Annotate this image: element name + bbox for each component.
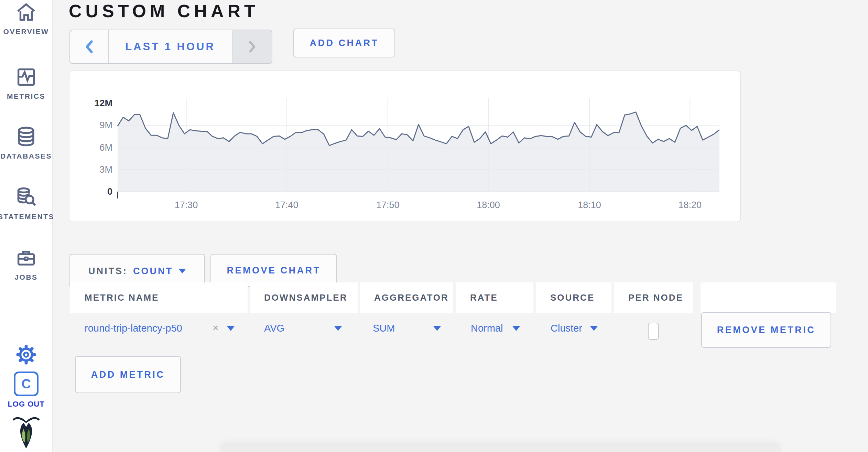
time-range-selector: LAST 1 HOUR [69,30,272,64]
x-axis-tick-label: 17:50 [376,200,400,210]
page-title: CUSTOM CHART [69,1,259,21]
sidebar-item-label: STATEMENTS [0,213,54,221]
jobs-icon [15,247,37,269]
y-axis-tick-label: 9M [99,120,112,130]
bottom-sheet-edge [220,445,781,452]
clear-metric-icon[interactable]: × [213,322,219,334]
home-icon [15,1,37,23]
units-value: COUNT [133,266,173,277]
remove-metric-button[interactable]: REMOVE METRIC [701,312,831,348]
sidebar-item-jobs[interactable]: JOBS [0,247,52,281]
chevron-down-icon[interactable] [227,326,235,332]
add-metric-button[interactable]: ADD METRIC [75,356,181,393]
col-header-downsampler: DOWNSAMPLER [250,282,358,313]
chevron-down-icon[interactable] [512,326,520,332]
x-axis-tick-label: 17:30 [175,200,198,210]
time-prev-button[interactable] [70,30,109,63]
sidebar-item-label: JOBS [14,273,37,281]
chevron-left-icon [84,40,94,54]
sidebar-item-logout[interactable]: C LOG OUT [0,372,52,409]
col-header-per-node: PER NODE [614,282,693,313]
chevron-right-icon [248,41,257,53]
databases-icon [15,125,37,148]
rate-dropdown[interactable]: Normal [471,323,503,334]
sidebar-item-settings[interactable] [0,344,52,365]
y-axis-tick-label: 12M [94,98,112,108]
chevron-down-icon[interactable] [590,326,598,332]
col-header-metric-name: METRIC NAME [70,282,248,313]
sidebar-item-statements[interactable]: STATEMENTS [0,186,52,221]
chart-card: 03M6M9M12M17:3017:4017:5018:0018:1018:20 [69,71,741,222]
col-header-aggregator: AGGREGATOR [360,282,453,313]
sidebar-brand [0,415,52,449]
sidebar-item-label: DATABASES [0,152,52,160]
remove-chart-button[interactable]: REMOVE CHART [210,254,337,287]
chevron-down-icon[interactable] [334,326,342,332]
statements-icon [15,186,37,208]
y-axis-tick-label: 6M [99,142,112,153]
x-axis-tick-label: 18:10 [578,200,601,210]
sidebar-item-label: METRICS [7,92,45,100]
chevron-down-icon[interactable] [433,326,441,332]
y-axis-tick-label: 3M [99,164,112,175]
metric-name-dropdown[interactable]: round-trip-latency-p50 [85,323,182,334]
col-header-actions [701,282,836,313]
x-axis-tick-label: 18:20 [678,200,702,210]
custom-chart-page: OVERVIEW METRICS DATABASES [0,0,868,452]
time-next-button[interactable] [232,30,272,63]
cockroach-bug-logo [12,415,41,449]
y-axis-tick-label: 0 [107,186,112,197]
sidebar: OVERVIEW METRICS DATABASES [0,0,53,452]
metrics-icon [15,66,37,88]
sidebar-item-metrics[interactable]: METRICS [0,66,52,100]
chart-area-fill [118,112,719,192]
chart-svg[interactable]: 03M6M9M12M17:3017:4017:5018:0018:1018:20 [69,71,740,222]
gear-icon [15,344,37,365]
downsampler-dropdown[interactable]: AVG [264,323,284,334]
sidebar-item-databases[interactable]: DATABASES [0,125,52,160]
source-dropdown[interactable]: Cluster [551,323,582,334]
per-node-checkbox[interactable] [648,323,659,340]
col-header-rate: RATE [456,282,533,313]
x-axis-tick-label: 18:00 [477,200,500,210]
logout-label: LOG OUT [8,400,44,409]
sidebar-item-label: OVERVIEW [3,28,49,36]
add-chart-button[interactable]: ADD CHART [293,29,395,57]
units-label: UNITS: [88,266,128,277]
col-header-source: SOURCE [536,282,611,313]
sidebar-item-overview[interactable]: OVERVIEW [0,1,52,36]
chevron-down-icon [178,269,186,273]
aggregator-dropdown[interactable]: SUM [373,323,395,334]
cockroach-c-logo: C [14,372,39,396]
time-range-label[interactable]: LAST 1 HOUR [109,30,232,63]
x-axis-tick-label: 17:40 [275,200,299,210]
